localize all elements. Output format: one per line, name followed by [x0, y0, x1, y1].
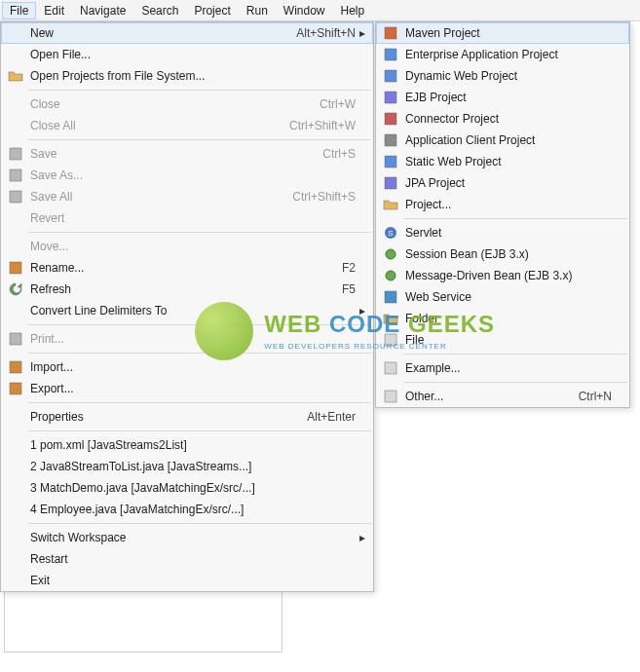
file-menu-item-exit[interactable]: Exit	[1, 570, 373, 591]
file-menu-item-move: Move...	[1, 236, 373, 257]
svg-text:S: S	[388, 229, 393, 238]
file-menu-item-save-all: Save AllCtrl+Shift+S	[1, 186, 373, 207]
menu-item-label: Dynamic Web Project	[401, 69, 612, 83]
file-menu-item-open-projects-from-file-system[interactable]: Open Projects from File System...	[1, 65, 373, 87]
menubar-item-navigate[interactable]: Navigate	[72, 2, 133, 19]
new-menu-item-servlet[interactable]: SServlet	[376, 222, 629, 243]
print-icon	[5, 331, 26, 347]
file-menu-item-open-file[interactable]: Open File...	[1, 44, 373, 65]
new-menu-separator	[403, 218, 627, 219]
new-menu-item-enterprise-application-project[interactable]: Enterprise Application Project	[376, 44, 629, 65]
menubar-item-help[interactable]: Help	[333, 2, 373, 19]
new-menu-item-web-service[interactable]: Web Service	[376, 286, 629, 308]
file-menu-item-2-java8streamtolist-java-javastreams[interactable]: 2 Java8StreamToList.java [JavaStreams...…	[1, 456, 373, 477]
file-menu-separator	[28, 402, 371, 403]
new-menu-item-folder[interactable]: Folder	[376, 308, 629, 329]
menu-item-label: 2 Java8StreamToList.java [JavaStreams...…	[26, 460, 356, 473]
file-menu-separator	[28, 353, 371, 354]
new-menu-item-project[interactable]: Project...	[376, 194, 629, 215]
menu-item-label: Save	[26, 147, 311, 161]
menu-item-label: Enterprise Application Project	[401, 48, 612, 61]
menubar-item-edit[interactable]: Edit	[36, 2, 72, 19]
ejb-icon	[380, 90, 401, 105]
menu-item-label: New	[26, 26, 284, 40]
menu-item-label: Export...	[26, 382, 356, 395]
file-menu-item-refresh[interactable]: RefreshF5	[1, 279, 373, 300]
menu-item-label: Save As...	[26, 168, 356, 182]
import-icon	[5, 359, 26, 375]
refresh-icon	[5, 281, 26, 297]
file-menu-item-revert: Revert	[1, 207, 373, 229]
menu-item-shortcut: F5	[330, 282, 356, 296]
file-menu-item-1-pom-xml-javastreams2list[interactable]: 1 pom.xml [JavaStreams2List]	[1, 434, 373, 456]
servlet-icon: S	[380, 225, 401, 241]
menubar-item-file[interactable]: File	[2, 2, 36, 19]
new-menu-item-example[interactable]: Example...	[376, 357, 629, 379]
menu-item-label: Exit	[26, 574, 356, 587]
file-menu-separator	[28, 430, 371, 431]
menu-item-label: Print...	[26, 332, 356, 346]
file-menu-item-4-employee-java-javamatchingex-src[interactable]: 4 Employee.java [JavaMatchingEx/src/...]	[1, 499, 373, 520]
file-menu-item-new[interactable]: NewAlt+Shift+N▸	[1, 22, 373, 44]
menu-item-label: 4 Employee.java [JavaMatchingEx/src/...]	[26, 503, 356, 516]
menu-item-label: Folder	[401, 312, 612, 325]
svg-point-2	[386, 249, 395, 259]
file-menu-item-export[interactable]: Export...	[1, 378, 373, 399]
file-menu-separator	[28, 324, 371, 325]
menu-item-label: Other...	[401, 390, 567, 403]
file-menu-item-save-as: Save As...	[1, 165, 373, 186]
menu-item-label: Static Web Project	[401, 155, 612, 168]
new-menu-item-dynamic-web-project[interactable]: Dynamic Web Project	[376, 65, 629, 87]
menubar-item-window[interactable]: Window	[276, 2, 333, 19]
new-menu-separator	[403, 382, 627, 383]
new-menu-item-maven-project[interactable]: Maven Project	[376, 22, 629, 44]
menu-item-label: Close All	[26, 119, 278, 132]
menu-item-label: Project...	[401, 198, 612, 211]
file-menu-item-rename[interactable]: Rename...F2	[1, 257, 373, 279]
menu-item-shortcut: F2	[330, 261, 356, 275]
menu-item-shortcut: Ctrl+N	[567, 390, 612, 403]
file-menu-item-properties[interactable]: PropertiesAlt+Enter	[1, 406, 373, 428]
ws-icon	[380, 289, 401, 305]
file-menu-separator	[28, 90, 371, 91]
menu-item-label: Connector Project	[401, 112, 612, 126]
new-menu-item-jpa-project[interactable]: JPA Project	[376, 172, 629, 194]
menu-item-label: Rename...	[26, 261, 330, 275]
file-menu-item-3-matchdemo-java-javamatchingex-src[interactable]: 3 MatchDemo.java [JavaMatchingEx/src/...…	[1, 477, 373, 499]
new-menu-item-connector-project[interactable]: Connector Project	[376, 108, 629, 130]
new-menu-item-static-web-project[interactable]: Static Web Project	[376, 151, 629, 172]
file-menu-item-save: SaveCtrl+S	[1, 143, 373, 165]
file-menu-item-import[interactable]: Import...	[1, 356, 373, 378]
file-menu-separator	[28, 523, 371, 524]
connector-icon	[380, 111, 401, 127]
file-menu-item-restart[interactable]: Restart	[1, 548, 373, 570]
new-menu-item-application-client-project[interactable]: Application Client Project	[376, 130, 629, 151]
new-menu-item-ejb-project[interactable]: EJB Project	[376, 87, 629, 108]
new-menu-item-message-driven-bean-ejb-3-x[interactable]: Message-Driven Bean (EJB 3.x)	[376, 265, 629, 286]
file-menu-item-switch-workspace[interactable]: Switch Workspace▸	[1, 527, 373, 548]
save-all-icon	[5, 189, 26, 205]
new-menu-item-file[interactable]: File	[376, 329, 629, 351]
menu-item-label: Save All	[26, 190, 281, 204]
bean-icon	[380, 246, 401, 262]
menu-item-label: JPA Project	[401, 176, 612, 190]
menu-item-label: Revert	[26, 211, 356, 225]
submenu-arrow-icon: ▸	[356, 26, 369, 40]
menubar-item-project[interactable]: Project	[186, 2, 238, 19]
menu-item-shortcut: Alt+Enter	[295, 410, 356, 424]
file-menu-item-convert-line-delimiters-to[interactable]: Convert Line Delimiters To▸	[1, 300, 373, 321]
menu-item-label: File	[401, 333, 612, 347]
menu-item-label: Servlet	[401, 226, 612, 240]
new-menu-item-session-bean-ejb-3-x[interactable]: Session Bean (EJB 3.x)	[376, 243, 629, 265]
menu-item-label: Open File...	[26, 48, 356, 61]
menubar-item-search[interactable]: Search	[133, 2, 186, 19]
menu-item-shortcut: Ctrl+Shift+S	[281, 190, 356, 204]
new-submenu-dropdown: Maven ProjectEnterprise Application Proj…	[375, 21, 630, 408]
submenu-arrow-icon: ▸	[356, 304, 369, 317]
file-menu-item-close-all: Close AllCtrl+Shift+W	[1, 115, 373, 136]
menubar-item-run[interactable]: Run	[239, 2, 276, 19]
menu-item-label: Restart	[26, 552, 356, 566]
new-menu-item-other[interactable]: Other...Ctrl+N	[376, 386, 629, 407]
file-menu-dropdown: NewAlt+Shift+N▸Open File...Open Projects…	[0, 21, 374, 592]
file-menu-item-close: CloseCtrl+W	[1, 93, 373, 115]
